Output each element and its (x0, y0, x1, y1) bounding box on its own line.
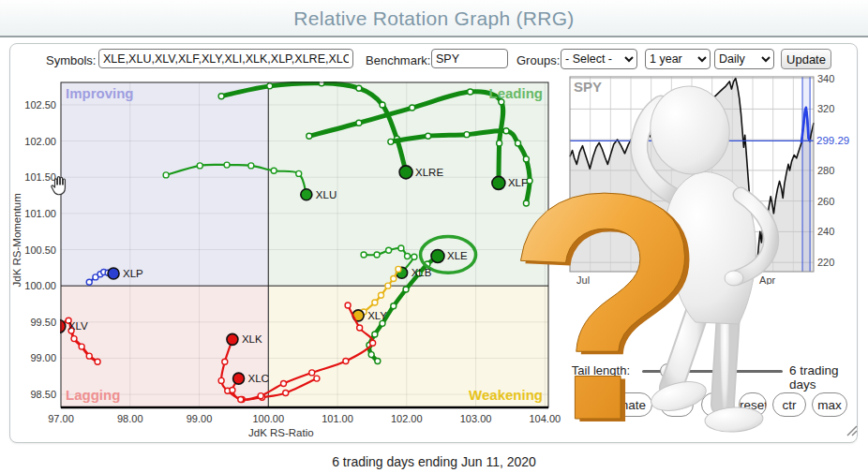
trail-point-XLC (343, 359, 349, 364)
trail-point-XLY (379, 292, 384, 298)
trail-point-XLF (410, 105, 415, 111)
trail-point-XLP (86, 279, 92, 285)
question-mark-glyph: ? (506, 140, 704, 450)
trail-point-XLV (86, 353, 92, 359)
trail-point-XLI (503, 128, 509, 134)
trail-point-XLB (412, 254, 417, 259)
quadrant-improving[interactable] (61, 82, 268, 286)
trail-point-XLK (218, 377, 224, 383)
trail-point-XLF (468, 89, 473, 95)
head-XLC[interactable] (233, 373, 245, 384)
trail-point-XLB (374, 252, 380, 258)
rrg-app: Relative Rotation Graph (RRG) Symbols: B… (0, 0, 868, 473)
trail-point-XLI (464, 132, 470, 138)
trail-point-XLE (391, 303, 397, 309)
period-select[interactable]: 1 year (645, 49, 711, 69)
trail-point-XLC (345, 303, 351, 308)
trail-point-XLE (375, 359, 381, 364)
trail-point-XLB (405, 253, 411, 259)
trail-point-XLRE (319, 81, 324, 86)
ticker-label-XLV: XLV (68, 320, 88, 332)
head-XLRE[interactable] (399, 166, 412, 179)
trail-point-XLC (258, 393, 263, 399)
x-axis-title: JdK RS-Ratio (248, 427, 314, 438)
trail-point-XLY (396, 266, 401, 272)
trail-point-XLRE (356, 85, 362, 91)
trail-point-XLK (222, 359, 228, 364)
trail-point-XLY (385, 283, 391, 288)
update-button[interactable]: Update (781, 49, 831, 69)
y-axis-title: JdK RS-Momentum (11, 193, 22, 287)
benchmark-input[interactable] (431, 49, 508, 68)
trail-point-XLK (314, 376, 320, 381)
x-tick-label: 97.00 (48, 413, 74, 424)
head-XLU[interactable] (301, 189, 312, 200)
ticker-label-XLE: XLE (447, 250, 468, 261)
trail-point-XLY (391, 275, 397, 281)
ticker-label-XLU: XLU (316, 189, 337, 200)
x-tick-label: 102.00 (391, 413, 423, 424)
trail-point-XLV (79, 344, 84, 349)
trail-point-XLC (238, 396, 244, 402)
x-tick-label: 99.00 (187, 413, 213, 424)
trail-point-XLK (283, 391, 289, 396)
groups-label: Groups: (516, 53, 560, 67)
trail-point-XLE (380, 320, 385, 326)
trail-point-XLU (248, 163, 254, 169)
trail-point-XLU (271, 168, 277, 173)
question-mark-graphic: ? ? (501, 140, 708, 450)
trail-point-XLC (370, 340, 376, 346)
trail-point-XLB (398, 245, 404, 251)
quadrant-label-leading: Leading (488, 85, 543, 101)
trail-point-XLRE (380, 102, 385, 108)
ticker-label-XLRE: XLRE (415, 167, 443, 178)
y-tick-label: 101.00 (24, 208, 56, 219)
trail-point-XLU (224, 162, 230, 168)
trail-point-XLC (309, 370, 315, 376)
page-title: Relative Rotation Graph (RRG) (0, 0, 868, 37)
ticker-label-XLB: XLB (412, 267, 432, 278)
y-tick-label: 98.50 (30, 389, 56, 400)
symbols-label: Symbols: (46, 53, 96, 67)
y-tick-label: 100.00 (24, 280, 56, 291)
trail-point-XLF (307, 133, 312, 139)
rrg-chart: XLUXLREXLFXLBXLEXLYXLPXLVXLKXLC97.0098.0… (0, 56, 576, 442)
x-tick-label: 101.00 (322, 413, 353, 424)
trail-point-XLB (386, 247, 392, 253)
y-tick-label: 100.50 (24, 244, 56, 256)
benchmark-label: Benchmark: (366, 53, 430, 67)
trail-point-XLY (372, 300, 378, 305)
ticker-label-XLC: XLC (248, 373, 269, 384)
y-tick-label: 102.00 (24, 136, 56, 147)
ticker-label-XLY: XLY (367, 310, 387, 321)
trail-point-XLI (388, 139, 394, 144)
frequency-select[interactable]: Daily (714, 49, 774, 69)
trail-point-XLE (372, 332, 378, 337)
x-tick-label: 98.00 (117, 413, 143, 424)
groups-select[interactable]: - Select - (561, 49, 637, 69)
person-hand (725, 271, 743, 286)
x-tick-label: 103.00 (460, 413, 492, 424)
trail-point-XLRE (218, 94, 224, 99)
y-tick-label: 102.50 (24, 99, 56, 111)
trail-point-XLU (296, 170, 302, 176)
quadrant-label-improving: Improving (66, 85, 134, 101)
head-XLK[interactable] (227, 333, 238, 345)
trail-point-XLC (281, 380, 287, 386)
y-tick-label: 99.00 (30, 352, 56, 363)
hand-cursor (49, 172, 73, 199)
head-XLP[interactable] (108, 268, 119, 279)
trail-point-XLC (357, 325, 363, 331)
trail-point-XLC (230, 387, 235, 392)
trail-point-XLU (197, 163, 202, 169)
trail-point-XLE (403, 287, 409, 292)
trail-point-XLRE (267, 83, 273, 89)
x-tick-label: 100.00 (252, 413, 284, 424)
trail-point-XLB (361, 252, 367, 258)
trail-point-XLU (163, 172, 169, 178)
y-tick-label: 99.50 (30, 317, 56, 328)
ticker-label-XLK: XLK (242, 333, 262, 345)
head-XLE[interactable] (431, 249, 444, 262)
trail-point-XLE (368, 352, 374, 358)
symbols-input[interactable] (98, 49, 353, 68)
